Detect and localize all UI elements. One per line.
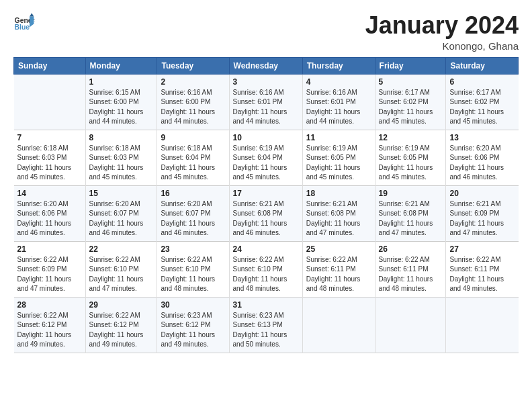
calendar-cell: 26Sunrise: 6:22 AM Sunset: 6:11 PM Dayli… xyxy=(375,241,446,297)
calendar-cell: 27Sunrise: 6:22 AM Sunset: 6:11 PM Dayli… xyxy=(446,241,519,297)
day-number: 15 xyxy=(89,189,154,198)
calendar-cell: 18Sunrise: 6:21 AM Sunset: 6:08 PM Dayli… xyxy=(302,185,375,241)
header: General Blue January 2024 Konongo, Ghana xyxy=(13,12,519,52)
day-info: Sunrise: 6:19 AM Sunset: 6:04 PM Dayligh… xyxy=(233,144,299,183)
day-number: 10 xyxy=(233,133,299,142)
calendar-cell: 25Sunrise: 6:22 AM Sunset: 6:11 PM Dayli… xyxy=(302,241,375,297)
day-info: Sunrise: 6:16 AM Sunset: 6:01 PM Dayligh… xyxy=(233,88,299,127)
day-info: Sunrise: 6:22 AM Sunset: 6:11 PM Dayligh… xyxy=(306,255,371,294)
calendar-cell: 29Sunrise: 6:22 AM Sunset: 6:12 PM Dayli… xyxy=(85,297,157,353)
page-container: General Blue January 2024 Konongo, Ghana… xyxy=(0,0,532,360)
col-saturday: Saturday xyxy=(446,57,519,74)
day-info: Sunrise: 6:22 AM Sunset: 6:10 PM Dayligh… xyxy=(161,255,225,294)
calendar-cell: 7Sunrise: 6:18 AM Sunset: 6:03 PM Daylig… xyxy=(14,130,86,185)
calendar-week-1: 7Sunrise: 6:18 AM Sunset: 6:03 PM Daylig… xyxy=(14,130,519,185)
day-number: 14 xyxy=(17,189,82,198)
calendar-week-0: 1Sunrise: 6:15 AM Sunset: 6:00 PM Daylig… xyxy=(14,74,519,130)
col-tuesday: Tuesday xyxy=(157,57,229,74)
day-number: 4 xyxy=(306,77,371,87)
day-number: 29 xyxy=(89,300,154,310)
day-number: 5 xyxy=(379,77,443,87)
calendar-cell xyxy=(446,297,519,353)
day-info: Sunrise: 6:18 AM Sunset: 6:04 PM Dayligh… xyxy=(161,144,225,183)
svg-marker-3 xyxy=(30,13,34,17)
day-number: 28 xyxy=(17,300,82,310)
calendar-cell: 9Sunrise: 6:18 AM Sunset: 6:04 PM Daylig… xyxy=(157,130,229,185)
calendar-cell: 28Sunrise: 6:22 AM Sunset: 6:12 PM Dayli… xyxy=(14,297,86,353)
day-number: 16 xyxy=(161,189,225,198)
day-number: 27 xyxy=(449,244,515,254)
month-title: January 2024 xyxy=(365,12,519,39)
day-number: 2 xyxy=(161,77,225,87)
day-info: Sunrise: 6:18 AM Sunset: 6:03 PM Dayligh… xyxy=(17,144,82,183)
day-number: 25 xyxy=(306,244,371,254)
calendar-cell: 1Sunrise: 6:15 AM Sunset: 6:00 PM Daylig… xyxy=(85,74,157,130)
day-info: Sunrise: 6:22 AM Sunset: 6:10 PM Dayligh… xyxy=(89,255,154,294)
day-number: 13 xyxy=(449,133,515,142)
day-info: Sunrise: 6:15 AM Sunset: 6:00 PM Dayligh… xyxy=(89,88,154,127)
calendar-cell: 5Sunrise: 6:17 AM Sunset: 6:02 PM Daylig… xyxy=(375,74,446,130)
day-info: Sunrise: 6:21 AM Sunset: 6:08 PM Dayligh… xyxy=(233,199,299,238)
day-number: 23 xyxy=(161,244,225,254)
col-monday: Monday xyxy=(85,57,157,74)
calendar-cell: 4Sunrise: 6:16 AM Sunset: 6:01 PM Daylig… xyxy=(302,74,375,130)
calendar-cell: 11Sunrise: 6:19 AM Sunset: 6:05 PM Dayli… xyxy=(302,130,375,185)
day-info: Sunrise: 6:20 AM Sunset: 6:06 PM Dayligh… xyxy=(17,199,82,238)
day-number: 20 xyxy=(449,189,515,198)
day-info: Sunrise: 6:22 AM Sunset: 6:12 PM Dayligh… xyxy=(89,311,154,350)
col-friday: Friday xyxy=(375,57,446,74)
day-info: Sunrise: 6:22 AM Sunset: 6:12 PM Dayligh… xyxy=(17,311,82,350)
day-number: 11 xyxy=(306,133,371,142)
day-number: 24 xyxy=(233,244,299,254)
day-number: 31 xyxy=(233,300,299,310)
day-number: 6 xyxy=(449,77,515,87)
day-info: Sunrise: 6:23 AM Sunset: 6:12 PM Dayligh… xyxy=(161,311,225,350)
day-info: Sunrise: 6:22 AM Sunset: 6:10 PM Dayligh… xyxy=(233,255,299,294)
calendar-cell: 20Sunrise: 6:21 AM Sunset: 6:09 PM Dayli… xyxy=(446,185,519,241)
calendar-cell xyxy=(14,74,86,130)
calendar-cell: 19Sunrise: 6:21 AM Sunset: 6:08 PM Dayli… xyxy=(375,185,446,241)
day-info: Sunrise: 6:17 AM Sunset: 6:02 PM Dayligh… xyxy=(449,88,515,127)
calendar-cell: 31Sunrise: 6:23 AM Sunset: 6:13 PM Dayli… xyxy=(229,297,302,353)
day-info: Sunrise: 6:20 AM Sunset: 6:07 PM Dayligh… xyxy=(161,199,225,238)
day-info: Sunrise: 6:22 AM Sunset: 6:11 PM Dayligh… xyxy=(449,255,515,294)
calendar-cell xyxy=(302,297,375,353)
logo-icon: General Blue xyxy=(13,12,35,34)
day-number: 8 xyxy=(89,133,154,142)
calendar-cell: 6Sunrise: 6:17 AM Sunset: 6:02 PM Daylig… xyxy=(446,74,519,130)
day-info: Sunrise: 6:19 AM Sunset: 6:05 PM Dayligh… xyxy=(379,144,443,183)
day-info: Sunrise: 6:16 AM Sunset: 6:01 PM Dayligh… xyxy=(306,88,371,127)
day-info: Sunrise: 6:21 AM Sunset: 6:09 PM Dayligh… xyxy=(449,199,515,238)
day-info: Sunrise: 6:16 AM Sunset: 6:00 PM Dayligh… xyxy=(161,88,225,127)
calendar-cell: 8Sunrise: 6:18 AM Sunset: 6:03 PM Daylig… xyxy=(85,130,157,185)
location: Konongo, Ghana xyxy=(365,40,519,52)
svg-text:Blue: Blue xyxy=(15,24,30,31)
calendar-body: 1Sunrise: 6:15 AM Sunset: 6:00 PM Daylig… xyxy=(14,74,519,353)
day-info: Sunrise: 6:18 AM Sunset: 6:03 PM Dayligh… xyxy=(89,144,154,183)
calendar-cell: 10Sunrise: 6:19 AM Sunset: 6:04 PM Dayli… xyxy=(229,130,302,185)
calendar-cell: 24Sunrise: 6:22 AM Sunset: 6:10 PM Dayli… xyxy=(229,241,302,297)
day-number: 18 xyxy=(306,189,371,198)
calendar-cell: 13Sunrise: 6:20 AM Sunset: 6:06 PM Dayli… xyxy=(446,130,519,185)
logo: General Blue xyxy=(13,12,38,34)
col-thursday: Thursday xyxy=(302,57,375,74)
day-number: 19 xyxy=(379,189,443,198)
calendar-cell: 12Sunrise: 6:19 AM Sunset: 6:05 PM Dayli… xyxy=(375,130,446,185)
calendar-week-4: 28Sunrise: 6:22 AM Sunset: 6:12 PM Dayli… xyxy=(14,297,519,353)
calendar-cell xyxy=(375,297,446,353)
day-info: Sunrise: 6:22 AM Sunset: 6:09 PM Dayligh… xyxy=(17,255,82,294)
day-info: Sunrise: 6:23 AM Sunset: 6:13 PM Dayligh… xyxy=(233,311,299,350)
title-block: January 2024 Konongo, Ghana xyxy=(365,12,519,52)
calendar-cell: 22Sunrise: 6:22 AM Sunset: 6:10 PM Dayli… xyxy=(85,241,157,297)
header-row: Sunday Monday Tuesday Wednesday Thursday… xyxy=(14,57,519,74)
day-info: Sunrise: 6:20 AM Sunset: 6:06 PM Dayligh… xyxy=(449,144,515,183)
day-number: 21 xyxy=(17,244,82,254)
calendar-cell: 14Sunrise: 6:20 AM Sunset: 6:06 PM Dayli… xyxy=(14,185,86,241)
day-info: Sunrise: 6:21 AM Sunset: 6:08 PM Dayligh… xyxy=(306,199,371,238)
day-info: Sunrise: 6:20 AM Sunset: 6:07 PM Dayligh… xyxy=(89,199,154,238)
svg-marker-2 xyxy=(30,16,34,27)
day-number: 22 xyxy=(89,244,154,254)
calendar-cell: 23Sunrise: 6:22 AM Sunset: 6:10 PM Dayli… xyxy=(157,241,229,297)
day-number: 9 xyxy=(161,133,225,142)
day-number: 12 xyxy=(379,133,443,142)
